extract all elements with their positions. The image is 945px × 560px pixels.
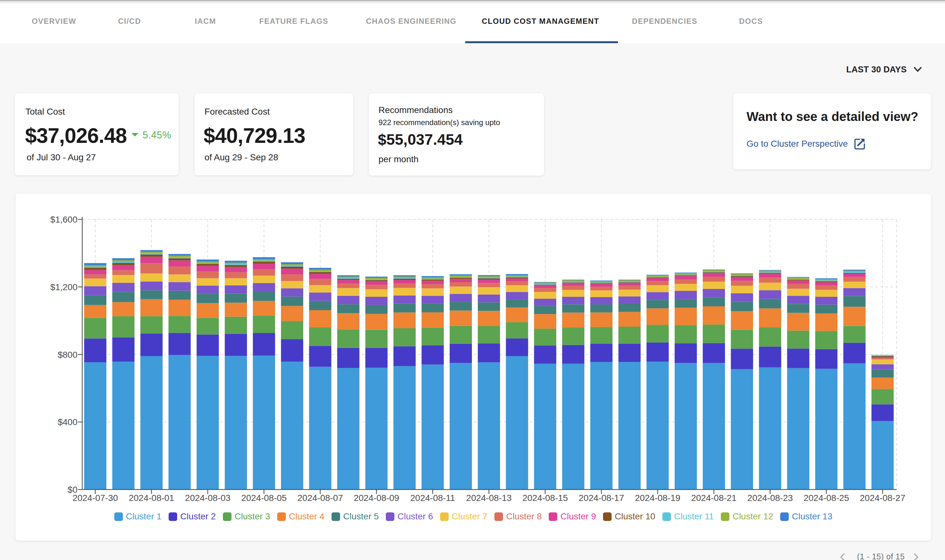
svg-text:2024-08-27: 2024-08-27 [860,493,905,503]
svg-text:2024-08-01: 2024-08-01 [129,493,174,503]
svg-text:$800: $800 [58,350,77,360]
svg-text:$1,600: $1,600 [50,215,77,225]
svg-text:$1,200: $1,200 [50,282,77,292]
svg-text:2024-07-30: 2024-07-30 [72,493,118,503]
svg-text:2024-08-23: 2024-08-23 [748,493,793,503]
svg-text:2024-08-21: 2024-08-21 [691,493,736,503]
svg-text:2024-08-19: 2024-08-19 [635,493,680,503]
svg-text:2024-08-03: 2024-08-03 [185,493,231,503]
svg-text:2024-08-17: 2024-08-17 [579,493,624,503]
svg-text:$400: $400 [58,417,77,427]
svg-text:2024-08-15: 2024-08-15 [522,493,568,503]
svg-text:2024-08-09: 2024-08-09 [354,493,399,503]
svg-text:2024-08-11: 2024-08-11 [410,493,455,503]
svg-text:2024-08-13: 2024-08-13 [466,493,511,503]
svg-text:2024-08-07: 2024-08-07 [297,493,343,503]
svg-text:2024-08-25: 2024-08-25 [804,493,849,503]
svg-text:2024-08-05: 2024-08-05 [241,493,287,503]
